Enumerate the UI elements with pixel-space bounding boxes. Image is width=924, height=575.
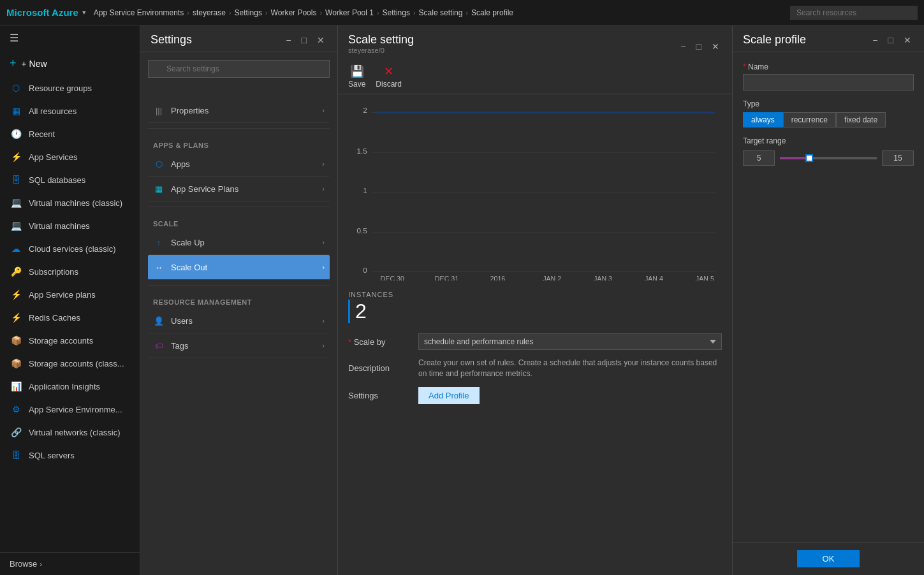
breadcrumb-6[interactable]: Settings	[383, 8, 410, 17]
settings-app-service-plans-item[interactable]: ▦ App Service Plans ›	[148, 177, 330, 201]
settings-properties-label: Properties	[171, 106, 209, 115]
profile-type-buttons: always recurrence fixed date	[743, 112, 914, 127]
range-slider-thumb[interactable]	[805, 154, 813, 162]
svg-text:2: 2	[363, 106, 367, 114]
profile-panel-footer: OK	[733, 542, 924, 575]
svg-text:DEC 30: DEC 30	[381, 275, 404, 280]
browse-button[interactable]: Browse ›	[0, 552, 140, 575]
settings-minimize-button[interactable]: −	[283, 34, 293, 47]
sidebar-item-app-service-plans[interactable]: ⚡ App Service plans	[0, 283, 140, 306]
settings-app-service-plans-left: ▦ App Service Plans	[153, 183, 238, 194]
profile-minimize-button[interactable]: −	[870, 34, 880, 47]
sql-servers-icon: 🗄	[10, 449, 22, 462]
type-fixed-date-button[interactable]: fixed date	[836, 112, 886, 127]
scale-by-select[interactable]: schedule and performance rulesa single i…	[418, 333, 722, 350]
scale-maximize-button[interactable]: □	[694, 40, 704, 53]
breadcrumb-7[interactable]: Scale setting	[419, 8, 463, 17]
scale-chart: 2 1.5 1 0.5 0 DEC 30	[348, 102, 722, 280]
sidebar-item-app-insights[interactable]: 📊 Application Insights	[0, 375, 140, 398]
scale-close-button[interactable]: ✕	[709, 40, 722, 53]
sidebar-item-sql-databases[interactable]: 🗄 SQL databases	[0, 168, 140, 191]
svg-text:1: 1	[363, 186, 367, 194]
sidebar-item-cloud-services[interactable]: ☁ Cloud services (classic)	[0, 237, 140, 260]
ok-button[interactable]: OK	[797, 550, 860, 567]
breadcrumb-1[interactable]: App Service Environments	[94, 8, 184, 17]
scale-by-label: Scale by	[348, 337, 412, 347]
settings-label: Settings	[348, 391, 412, 400]
sidebar-label-recent: Recent	[29, 129, 55, 139]
sidebar-item-app-services[interactable]: ⚡ App Services	[0, 145, 140, 168]
sidebar-item-subscriptions[interactable]: 🔑 Subscriptions	[0, 260, 140, 283]
settings-properties-item[interactable]: ||| Properties ›	[148, 98, 330, 123]
scale-up-chevron: ›	[322, 238, 325, 246]
settings-scale-out-item[interactable]: ↔ Scale Out ›	[148, 255, 330, 280]
profile-type-label: Type	[743, 99, 914, 108]
settings-search-input[interactable]	[148, 60, 330, 78]
profile-name-input[interactable]	[743, 74, 914, 91]
top-search-input[interactable]	[790, 6, 918, 20]
discard-button[interactable]: ✕ Discard	[376, 64, 402, 89]
settings-apps-item[interactable]: ⬡ Apps ›	[148, 152, 330, 177]
resource-groups-icon: ⬡	[10, 82, 22, 94]
settings-users-label: Users	[171, 316, 193, 326]
scale-up-icon: ↑	[153, 237, 165, 248]
add-profile-button[interactable]: Add Profile	[418, 387, 480, 404]
breadcrumb-2[interactable]: steyerase	[193, 8, 226, 17]
sidebar-label-subscriptions: Subscriptions	[29, 267, 78, 277]
settings-tags-item[interactable]: 🏷 Tags ›	[148, 333, 330, 358]
settings-app-service-plans-label: App Service Plans	[171, 184, 238, 194]
storage-accounts-icon: 📦	[10, 334, 22, 347]
sidebar-item-redis-caches[interactable]: ⚡ Redis Caches	[0, 306, 140, 329]
settings-maximize-button[interactable]: □	[299, 34, 309, 47]
sql-databases-icon: 🗄	[10, 173, 22, 186]
sidebar-label-virtual-networks: Virtual networks (classic)	[29, 428, 121, 437]
scale-panel-title: Scale setting	[348, 33, 414, 47]
settings-panel-content: 🔍 ||| Properties › APPS & PLANS ⬡	[140, 52, 337, 575]
hamburger-icon[interactable]: ☰	[0, 25, 140, 50]
svg-text:JAN 5: JAN 5	[696, 275, 714, 280]
breadcrumb-5[interactable]: Worker Pool 1	[325, 8, 374, 17]
range-min-input[interactable]	[743, 150, 775, 166]
sidebar-item-storage-accounts[interactable]: 📦 Storage accounts	[0, 329, 140, 352]
settings-users-item[interactable]: 👤 Users ›	[148, 309, 330, 333]
scale-section-label: SCALE	[148, 212, 330, 230]
svg-text:JAN 4: JAN 4	[645, 275, 663, 280]
svg-text:JAN 3: JAN 3	[594, 275, 612, 280]
type-recurrence-button[interactable]: recurrence	[783, 112, 836, 127]
sidebar-item-sql-servers[interactable]: 🗄 SQL servers	[0, 444, 140, 467]
sidebar-label-app-services: App Services	[29, 152, 78, 162]
subscriptions-icon: 🔑	[10, 265, 22, 278]
range-max-input[interactable]	[882, 150, 914, 166]
sidebar-item-vms-classic[interactable]: 💻 Virtual machines (classic)	[0, 191, 140, 214]
apps-icon: ⬡	[153, 158, 165, 170]
sidebar-item-storage-accounts-classic[interactable]: 📦 Storage accounts (class...	[0, 352, 140, 375]
sidebar-item-vms[interactable]: 💻 Virtual machines	[0, 214, 140, 237]
settings-scale-up-label: Scale Up	[171, 238, 205, 247]
sidebar-item-app-service-env[interactable]: ⚙ App Service Environme...	[0, 398, 140, 421]
sidebar-item-virtual-networks[interactable]: 🔗 Virtual networks (classic)	[0, 421, 140, 444]
sidebar-label-vms-classic: Virtual machines (classic)	[29, 198, 122, 208]
settings-scale-out-left: ↔ Scale Out	[153, 261, 207, 273]
settings-properties-left: ||| Properties	[153, 105, 209, 116]
breadcrumb-4[interactable]: Worker Pools	[271, 8, 317, 17]
breadcrumb-3[interactable]: Settings	[235, 8, 262, 17]
brand-logo[interactable]: Microsoft Azure	[6, 7, 78, 18]
sidebar-label-sql-servers: SQL servers	[29, 451, 75, 460]
new-button[interactable]: + + New	[0, 50, 140, 76]
sidebar-item-recent[interactable]: 🕐 Recent	[0, 122, 140, 145]
sidebar-item-resource-groups[interactable]: ⬡ Resource groups	[0, 76, 140, 99]
sidebar-item-all-resources[interactable]: ▦ All resources	[0, 99, 140, 122]
settings-tags-left: 🏷 Tags	[153, 340, 188, 351]
profile-maximize-button[interactable]: □	[886, 34, 896, 47]
settings-close-button[interactable]: ✕	[314, 34, 327, 47]
scale-minimize-button[interactable]: −	[678, 40, 688, 53]
profile-close-button[interactable]: ✕	[901, 34, 914, 47]
redis-caches-icon: ⚡	[10, 311, 22, 324]
sidebar-label-app-service-env: App Service Environme...	[29, 405, 122, 414]
settings-scale-up-item[interactable]: ↑ Scale Up ›	[148, 230, 330, 255]
breadcrumb-8[interactable]: Scale profile	[471, 8, 513, 17]
range-slider-track	[780, 157, 877, 159]
description-text: Create your own set of rules. Create a s…	[418, 358, 722, 379]
save-button[interactable]: 💾 Save	[348, 64, 365, 89]
type-always-button[interactable]: always	[743, 112, 783, 127]
